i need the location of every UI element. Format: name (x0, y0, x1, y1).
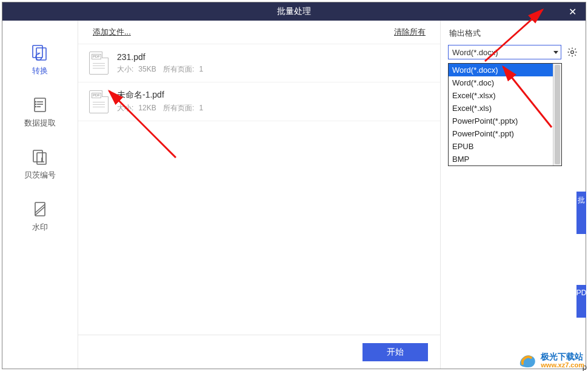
clear-all-link[interactable]: 清除所有 (394, 27, 426, 38)
svg-point-7 (36, 104, 36, 105)
svg-point-6 (36, 102, 36, 102)
file-row[interactable]: 231.pdf 大小:35KB 所有页面:1 (78, 44, 440, 82)
output-format-label: 输出格式 (448, 25, 578, 45)
file-meta: 大小:12KB 所有页面:1 (117, 103, 203, 113)
watermark-icon (30, 200, 50, 218)
dropdown-option[interactable]: Word(*.docx) (449, 64, 553, 76)
dropdown-option[interactable]: Excel(*.xlsx) (449, 89, 553, 102)
file-list: 231.pdf 大小:35KB 所有页面:1 未命名-1.pdf 大小:12KB… (78, 44, 440, 335)
sidebar-item-label: 贝茨编号 (24, 170, 56, 181)
output-format-dropdown[interactable]: Word(*.docx) Word(*.doc) Excel(*.xlsx) E… (448, 63, 562, 166)
close-icon: ✕ (569, 6, 576, 18)
file-row[interactable]: 未命名-1.pdf 大小:12KB 所有页面:1 (78, 82, 440, 121)
sidebar-item-convert[interactable]: 转换 (2, 33, 78, 85)
sidebar-item-label: 数据提取 (24, 118, 56, 129)
dropdown-option[interactable]: PowerPoint(*.pptx) (449, 115, 553, 127)
output-format-combo[interactable]: Word(*.docx) (448, 45, 561, 59)
dropdown-option[interactable]: Word(*.doc) (449, 76, 553, 89)
file-meta: 大小:35KB 所有页面:1 (117, 64, 203, 75)
convert-icon (30, 44, 50, 62)
svg-point-8 (36, 107, 36, 107)
dropdown-option[interactable]: Excel(*.xls) (449, 102, 553, 115)
sidebar-item-data-extract[interactable]: 数据提取 (2, 85, 78, 137)
bates-icon (30, 148, 50, 166)
dropdown-option[interactable]: BMP (449, 153, 553, 165)
settings-button[interactable] (566, 46, 578, 58)
file-name: 231.pdf (117, 52, 203, 62)
chevron-down-icon (553, 51, 558, 54)
dropdown-option[interactable]: PowerPoint(*.ppt) (449, 127, 553, 140)
titlebar: 批量处理 ✕ (2, 2, 586, 21)
dropdown-scrollbar[interactable] (553, 64, 561, 165)
watermark-en: www.xz7.com (541, 361, 584, 369)
file-name: 未命名-1.pdf (117, 90, 203, 101)
sidebar: 转换 数据提取 (2, 21, 78, 369)
sidebar-item-label: 水印 (32, 222, 48, 233)
site-logo-icon (518, 352, 537, 370)
right-panel: 输出格式 Word(*.docx) Word(*.docx) Word(*.do… (440, 21, 586, 369)
svg-rect-9 (33, 150, 42, 162)
add-files-link[interactable]: 添加文件... (93, 27, 131, 38)
svg-rect-0 (33, 45, 42, 58)
close-button[interactable]: ✕ (559, 2, 586, 21)
site-watermark: 极光下载站 www.xz7.com (518, 352, 584, 370)
file-area: 添加文件... 清除所有 231.pdf 大小:35KB 所有页面:1 (78, 21, 440, 369)
svg-point-14 (571, 51, 574, 54)
side-strip: PD (576, 285, 586, 318)
watermark-cn: 极光下载站 (541, 352, 584, 361)
window-title: 批量处理 (277, 6, 311, 17)
pdf-file-icon (89, 90, 109, 113)
sidebar-item-label: 转换 (32, 65, 48, 76)
gear-icon (567, 47, 578, 58)
extract-icon (30, 96, 50, 114)
pdf-file-icon (89, 52, 109, 75)
side-strip: 批 (576, 192, 586, 234)
sidebar-item-bates[interactable]: 贝茨编号 (2, 137, 78, 189)
sidebar-item-watermark[interactable]: 水印 (2, 189, 78, 241)
start-button[interactable]: 开始 (362, 343, 428, 361)
dropdown-option[interactable]: EPUB (449, 140, 553, 153)
combo-selected-text: Word(*.docx) (452, 48, 498, 57)
